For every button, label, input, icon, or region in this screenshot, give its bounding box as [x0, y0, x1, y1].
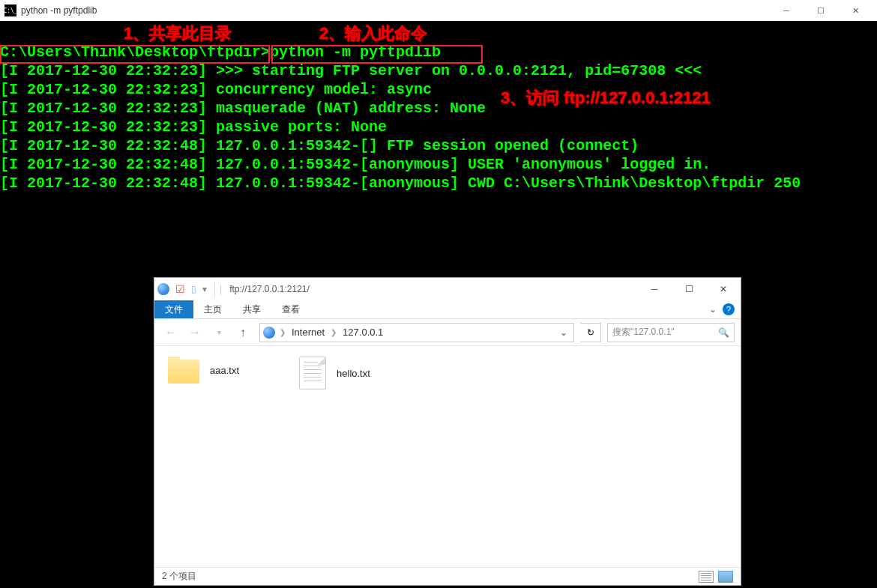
breadcrumb-host[interactable]: 127.0.0.1 [341, 327, 385, 338]
search-input[interactable]: 搜索"127.0.0.1" 🔍 [607, 323, 735, 342]
prompt-path: C:\Users\Think\Desktop\ftpdir> [0, 43, 270, 61]
history-dropdown[interactable]: ▾ [208, 322, 229, 343]
log-line: [I 2017-12-30 22:32:48] 127.0.0.1:59342-… [0, 175, 801, 192]
folder-new-icon[interactable]: ▯ [191, 284, 196, 294]
quick-access-toolbar: ☑ ▯ ▾ [157, 281, 215, 297]
help-icon[interactable]: ? [723, 303, 735, 315]
prompt-command: python -m pyftpdlib [270, 43, 441, 61]
ribbon-tabs: 文件 主页 共享 查看 ⌄ ? [154, 300, 741, 319]
text-file-icon [299, 357, 326, 390]
cmd-icon: C:\_ [4, 4, 16, 16]
tab-home[interactable]: 主页 [193, 300, 232, 318]
expand-ribbon-icon[interactable]: ⌄ [709, 304, 717, 315]
file-list[interactable]: aaa.txt hello.txt [154, 346, 741, 567]
cmd-title: python -m pyftpdlib [21, 5, 97, 16]
explorer-maximize-button[interactable]: ☐ [672, 278, 706, 300]
forward-button[interactable]: → [184, 322, 205, 343]
network-icon [157, 283, 169, 295]
explorer-close-button[interactable]: ✕ [706, 278, 741, 300]
address-icon [263, 327, 275, 339]
log-line: [I 2017-12-30 22:32:23] masquerade (NAT)… [0, 100, 486, 117]
chevron-right-icon[interactable]: ❯ [280, 328, 286, 336]
minimize-button[interactable]: ─ [769, 0, 804, 21]
file-item[interactable]: aaa.txt [168, 357, 239, 384]
log-line: [I 2017-12-30 22:32:23] >>> starting FTP… [0, 62, 702, 79]
status-text: 2 个项目 [162, 570, 196, 583]
tab-view[interactable]: 查看 [271, 300, 310, 318]
log-line: [I 2017-12-30 22:32:23] concurrency mode… [0, 81, 432, 98]
explorer-window: ☑ ▯ ▾ | ftp://127.0.0.1:2121/ ─ ☐ ✕ 文件 主… [154, 277, 741, 586]
address-dropdown-icon[interactable]: ⌄ [560, 327, 570, 338]
navigation-bar: ← → ▾ ↑ ❯ Internet ❯ 127.0.0.1 ⌄ ↻ 搜索"12… [154, 319, 741, 346]
search-icon: 🔍 [718, 327, 729, 338]
file-item[interactable]: hello.txt [299, 357, 370, 390]
maximize-button[interactable]: ☐ [804, 0, 838, 21]
up-button[interactable]: ↑ [232, 322, 253, 343]
explorer-title-path: ftp://127.0.0.1:2121/ [229, 284, 637, 294]
terminal-output[interactable]: C:\Users\Think\Desktop\ftpdir>python -m … [0, 21, 877, 196]
dropdown-icon[interactable]: ▾ [202, 284, 207, 294]
back-button[interactable]: ← [160, 322, 181, 343]
status-bar: 2 个项目 [154, 567, 741, 585]
tab-share[interactable]: 共享 [232, 300, 271, 318]
chevron-right-icon[interactable]: ❯ [331, 328, 337, 336]
log-line: [I 2017-12-30 22:32:48] 127.0.0.1:59342-… [0, 156, 711, 173]
cmd-titlebar: C:\_ python -m pyftpdlib ─ ☐ ✕ [0, 0, 877, 21]
view-details-button[interactable] [699, 571, 714, 583]
explorer-titlebar: ☑ ▯ ▾ | ftp://127.0.0.1:2121/ ─ ☐ ✕ [154, 278, 741, 300]
address-bar[interactable]: ❯ Internet ❯ 127.0.0.1 ⌄ [259, 323, 574, 342]
search-placeholder: 搜索"127.0.0.1" [612, 326, 675, 339]
log-line: [I 2017-12-30 22:32:48] 127.0.0.1:59342-… [0, 137, 639, 154]
refresh-button[interactable]: ↻ [580, 323, 601, 342]
tab-file[interactable]: 文件 [154, 300, 193, 318]
file-name: hello.txt [337, 368, 370, 379]
checkbox-icon[interactable]: ☑ [175, 283, 185, 295]
file-name: aaa.txt [210, 365, 239, 376]
folder-icon [168, 357, 199, 384]
close-button[interactable]: ✕ [838, 0, 873, 21]
view-tiles-button[interactable] [718, 571, 733, 583]
explorer-minimize-button[interactable]: ─ [637, 278, 672, 300]
log-line: [I 2017-12-30 22:32:23] passive ports: N… [0, 118, 387, 136]
breadcrumb-root[interactable]: Internet [290, 327, 326, 338]
